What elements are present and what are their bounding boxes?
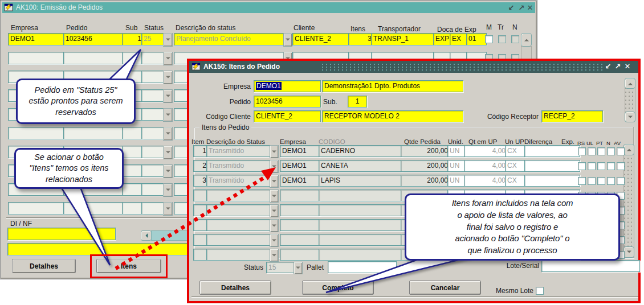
- status-cell[interactable]: Transmitido: [206, 145, 274, 157]
- pallet-field[interactable]: [328, 261, 397, 273]
- sub-cell[interactable]: [122, 127, 144, 139]
- codigo-cell[interactable]: [319, 189, 403, 201]
- cliente-desc-field[interactable]: RECEPTOR MODELO 2: [322, 110, 463, 122]
- status-dropdown-icon[interactable]: [163, 52, 173, 65]
- checkbox-rs[interactable]: [578, 177, 586, 185]
- status-dropdown-icon[interactable]: [163, 183, 173, 197]
- completo-button[interactable]: Completo: [302, 281, 374, 295]
- ak150-header-scroll-up[interactable]: [625, 78, 635, 89]
- checkbox-tr[interactable]: [498, 35, 506, 43]
- ak150-header-scroll-down[interactable]: [625, 112, 635, 122]
- status-dropdown-icon[interactable]: [163, 164, 173, 178]
- di-nf-field2[interactable]: [7, 243, 195, 255]
- empresa-cell[interactable]: [8, 52, 65, 64]
- codigo-cell[interactable]: [319, 204, 403, 216]
- empresa-cell[interactable]: [8, 202, 65, 215]
- cliente-cell[interactable]: CLIENTE_2: [292, 33, 350, 46]
- checkbox-ul[interactable]: [588, 177, 596, 185]
- dif-cell[interactable]: [524, 175, 580, 187]
- pedido-field[interactable]: 1023456: [254, 96, 321, 108]
- status-dropdown-icon[interactable]: [163, 89, 173, 103]
- sub-cell[interactable]: [122, 183, 144, 196]
- sub-field[interactable]: 1: [348, 96, 367, 108]
- codigo-cell[interactable]: [319, 234, 403, 246]
- status-field[interactable]: 15: [266, 262, 297, 273]
- qtup-cell[interactable]: 4,00: [464, 145, 508, 157]
- transp-cell[interactable]: TRANSP_1: [371, 33, 437, 46]
- empresa-cell[interactable]: DEMO1: [8, 33, 65, 46]
- empresa-cell[interactable]: [280, 189, 321, 201]
- ak100-hscroll-left-button[interactable]: [141, 230, 152, 241]
- item-status-dropdown-icon[interactable]: [270, 160, 279, 173]
- empresa-cell[interactable]: [280, 219, 321, 231]
- checkbox-av[interactable]: [617, 147, 625, 155]
- checkbox-av[interactable]: [617, 162, 625, 170]
- empresa-cell[interactable]: [280, 234, 321, 246]
- empresa-cell[interactable]: DEMO1: [280, 145, 321, 157]
- empresa-cell[interactable]: DEMO1: [280, 160, 321, 172]
- qtde-cell[interactable]: 200,00: [401, 175, 450, 187]
- ak150-grid-scrollbar-track[interactable]: [623, 145, 634, 258]
- status-cell[interactable]: [206, 189, 274, 201]
- codigo-cell[interactable]: CADERNO: [319, 145, 403, 157]
- item-status-dropdown-icon[interactable]: [270, 145, 279, 158]
- codigo-cliente-field[interactable]: CLIENTE_2: [254, 110, 321, 122]
- itens-cell[interactable]: 3: [348, 33, 374, 46]
- ak150-close-icon[interactable]: ✕: [623, 61, 632, 72]
- ak150-titlebar[interactable]: AK150: Itens do Pedido ↙ ↗ ✕: [189, 61, 638, 73]
- detalhes-button-ak100[interactable]: Detalhes: [12, 259, 76, 273]
- checkbox-pt[interactable]: [597, 147, 605, 155]
- pedido-cell[interactable]: [63, 127, 125, 139]
- checkbox-m[interactable]: [485, 35, 493, 43]
- status-cell[interactable]: [206, 219, 274, 231]
- sub-cell[interactable]: 1: [122, 33, 144, 46]
- codigo-cell[interactable]: LAPIS: [319, 175, 403, 187]
- codigo-cell[interactable]: [319, 249, 403, 261]
- ak100-titlebar[interactable]: AK100: Emissão de Pedidos ↙ ↗ ✕: [2, 2, 535, 13]
- cancelar-button[interactable]: Cancelar: [409, 281, 481, 295]
- status-dropdown-icon[interactable]: [163, 202, 173, 216]
- checkbox-av[interactable]: [617, 177, 625, 185]
- sub-cell[interactable]: [122, 164, 144, 177]
- descricao-dropdown-icon[interactable]: [283, 33, 292, 47]
- qtup-cell[interactable]: 4,00: [464, 175, 508, 187]
- empresa-cell[interactable]: [280, 204, 321, 216]
- item-status-dropdown-icon[interactable]: [270, 189, 279, 203]
- ak100-scroll-up-button[interactable]: [521, 33, 532, 47]
- status-dropdown-icon[interactable]: [163, 71, 173, 84]
- codigo-cell[interactable]: [319, 219, 403, 231]
- ak150-minimize-icon[interactable]: ↙: [604, 61, 613, 72]
- item-status-dropdown-icon[interactable]: [270, 175, 279, 188]
- pedido-cell[interactable]: 1023456: [63, 33, 125, 46]
- checkbox-ul[interactable]: [588, 162, 596, 170]
- status-dropdown-icon[interactable]: [163, 108, 173, 122]
- pedido-cell[interactable]: [63, 52, 125, 64]
- item-status-dropdown-icon[interactable]: [270, 234, 279, 247]
- checkbox-n[interactable]: [607, 177, 615, 185]
- checkbox-ul[interactable]: [588, 147, 596, 155]
- empresa-cell[interactable]: [280, 249, 321, 261]
- status-dropdown-icon[interactable]: [163, 33, 173, 47]
- status-cell[interactable]: [206, 249, 274, 261]
- qtde-cell[interactable]: 200,00: [401, 145, 450, 157]
- codigo-receptor-field[interactable]: RECEP_2: [541, 110, 603, 122]
- empresa-cell[interactable]: DEMO1: [280, 175, 321, 187]
- ak100-maximize-icon[interactable]: ↗: [517, 2, 526, 14]
- sub-cell[interactable]: [122, 52, 144, 64]
- ak150-maximize-icon[interactable]: ↗: [613, 61, 622, 72]
- codigo-cell[interactable]: CANETA: [319, 160, 403, 172]
- detalhes-button-ak150[interactable]: Detalhes: [199, 281, 271, 295]
- empresa-desc-field[interactable]: Demonstração1 Dpto. Produtos: [322, 80, 463, 92]
- sub-cell[interactable]: [122, 146, 144, 158]
- checkbox-rs[interactable]: [578, 162, 586, 170]
- item-status-dropdown-icon[interactable]: [270, 219, 279, 232]
- ak150-grid-scroll-down[interactable]: [623, 246, 634, 258]
- checkbox-n[interactable]: [511, 35, 519, 43]
- status-cell[interactable]: Transmitido: [206, 175, 274, 187]
- empresa-cell[interactable]: [8, 127, 65, 139]
- status-dropdown-icon[interactable]: [163, 127, 173, 141]
- item-status-dropdown-icon[interactable]: [270, 204, 279, 217]
- ak100-hscrollbar-track[interactable]: [151, 230, 192, 241]
- checkbox-pt[interactable]: [597, 162, 605, 170]
- empresa-field[interactable]: DEMO1: [254, 80, 321, 92]
